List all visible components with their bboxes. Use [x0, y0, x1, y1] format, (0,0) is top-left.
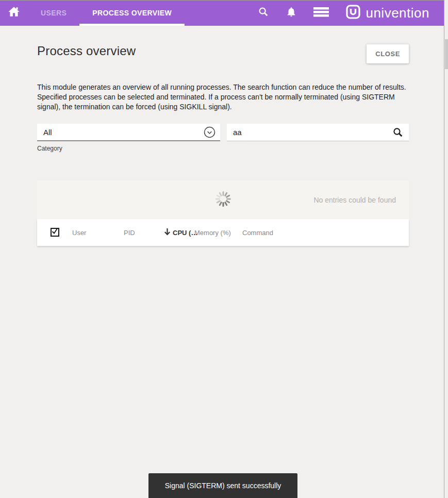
module-description: This module generates an overview of all… [37, 82, 409, 112]
column-header-memory[interactable]: Memory (%) [194, 229, 231, 237]
tab-users[interactable]: USERS [28, 0, 79, 26]
query-field [227, 124, 409, 141]
univention-logo-mark-icon [345, 4, 361, 22]
chevron-down-circle-icon[interactable] [198, 126, 220, 138]
close-button[interactable]: CLOSE [367, 44, 409, 63]
column-header-cpu[interactable]: CPU (… [163, 228, 197, 238]
checkmark-icon [51, 227, 59, 237]
category-select[interactable] [37, 128, 198, 137]
column-header-pid[interactable]: PID [124, 229, 135, 237]
tab-process-overview-label: PROCESS OVERVIEW [92, 9, 172, 17]
home-button[interactable] [0, 0, 28, 26]
module-content: Process overview CLOSE This module gener… [37, 26, 409, 246]
search-form [37, 124, 409, 141]
notifications-button[interactable] [286, 6, 297, 20]
header-actions: univention [258, 0, 444, 26]
tab-process-overview[interactable]: PROCESS OVERVIEW [79, 0, 185, 26]
sort-descending-arrow-icon [163, 228, 171, 238]
process-grid: No entries could be found User PID [37, 180, 409, 246]
process-search-input[interactable] [227, 128, 387, 137]
grid-header-row: User PID CPU (… Memory (%) Command [37, 219, 409, 246]
toast-notification: Signal (SIGTERM) sent successfully [148, 473, 297, 498]
univention-logo-text: univention [366, 5, 429, 21]
home-icon [7, 5, 21, 21]
page-scrollbar[interactable] [444, 0, 448, 498]
active-tab-underline [79, 24, 185, 26]
loading-spinner-icon [214, 190, 233, 210]
header-search-button[interactable] [258, 6, 269, 20]
window-top-edge [0, 0, 448, 1]
scrollbar-thumb[interactable] [445, 39, 448, 69]
category-field [37, 124, 220, 141]
tab-users-label: USERS [41, 9, 67, 17]
select-all-checkbox[interactable] [51, 228, 59, 237]
module-tabs: USERS PROCESS OVERVIEW [28, 0, 185, 26]
category-label: Category [37, 145, 409, 152]
column-header-command[interactable]: Command [242, 229, 273, 237]
menu-icon [313, 6, 329, 20]
menu-button[interactable] [313, 6, 329, 20]
column-header-user[interactable]: User [72, 229, 86, 237]
toast-message: Signal (SIGTERM) sent successfully [165, 482, 281, 490]
field-search-icon[interactable] [387, 127, 409, 138]
title-row: Process overview CLOSE [37, 44, 409, 63]
page-title: Process overview [37, 44, 136, 58]
univention-logo: univention [345, 4, 429, 22]
bell-icon [286, 6, 297, 20]
grid-status-area: No entries could be found [37, 180, 409, 219]
search-icon [258, 6, 269, 20]
top-bar: USERS PROCESS OVERVIEW [0, 0, 444, 26]
empty-result-message: No entries could be found [313, 196, 409, 204]
